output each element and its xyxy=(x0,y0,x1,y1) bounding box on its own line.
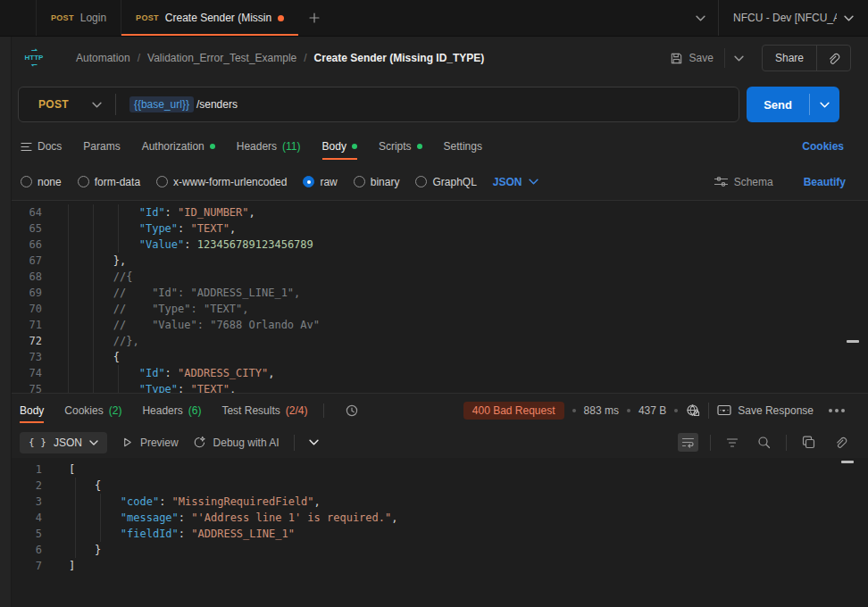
environment-selector[interactable]: NFCU - Dev [NFCU_A... xyxy=(718,0,868,36)
body-type-graphql[interactable]: GraphQL xyxy=(415,176,476,188)
workspace-tab-bar: POST Login POST Create Sender (Missin NF… xyxy=(0,0,868,37)
raw-language-selector[interactable]: JSON xyxy=(493,176,538,188)
request-body-editor[interactable]: 64 "Id": "ID_NUMBER",65 "Type": "TEXT",6… xyxy=(12,201,868,393)
response-body-editor[interactable]: 1[2 {3 "code": "MissingRequiredField",4 … xyxy=(12,458,868,607)
tab-headers[interactable]: Headers (11) xyxy=(237,129,301,163)
send-options-chevron-icon[interactable] xyxy=(810,87,839,122)
search-button[interactable] xyxy=(754,432,774,453)
request-tab-login[interactable]: POST Login xyxy=(36,0,121,36)
line-number: 5 xyxy=(12,526,51,542)
body-type-urlencoded[interactable]: x-www-form-urlencoded xyxy=(156,176,287,188)
response-tab-cookies[interactable]: Cookies (2) xyxy=(64,394,121,427)
response-tab-headers[interactable]: Headers (6) xyxy=(142,394,201,427)
dot-separator xyxy=(674,409,678,412)
page-title[interactable]: Create Sender (Missing ID_TYPE) xyxy=(314,52,485,64)
scrollbar-marker[interactable] xyxy=(847,340,859,343)
scrollbar-marker[interactable] xyxy=(841,461,854,463)
radio-icon xyxy=(78,176,89,187)
indent-guide xyxy=(93,204,94,393)
headers-count: (6) xyxy=(188,404,202,417)
url-variable-chip[interactable]: {{base_url}} xyxy=(129,96,194,112)
preview-button[interactable]: Preview xyxy=(121,437,179,449)
tab-body[interactable]: Body xyxy=(322,129,357,163)
divider xyxy=(294,435,295,451)
divider xyxy=(724,48,725,68)
line-number: 3 xyxy=(12,494,51,510)
share-button[interactable]: Share xyxy=(763,52,816,64)
body-type-form-data[interactable]: form-data xyxy=(78,176,140,188)
line-number: 75 xyxy=(12,381,51,393)
body-type-row: none form-data x-www-form-urlencoded raw… xyxy=(12,163,868,201)
line-number: 70 xyxy=(12,301,51,317)
indent-guide xyxy=(118,204,119,253)
url-bar[interactable]: POST {{base_url}} /senders xyxy=(18,87,739,122)
code-line-2: 2 { xyxy=(12,478,868,494)
new-tab-button[interactable] xyxy=(298,0,330,36)
code-line-69: 69 // "Id": "ADDRESS_LINE_1", xyxy=(12,285,868,301)
copy-icon xyxy=(802,436,815,449)
code-line-71: 71 // "Value": "7688 Orlando Av" xyxy=(12,317,868,333)
body-type-none[interactable]: none xyxy=(21,176,62,188)
cookies-link[interactable]: Cookies xyxy=(802,140,844,153)
tab-docs[interactable]: Docs xyxy=(21,129,62,163)
share-group: Share xyxy=(762,45,851,71)
line-number: 68 xyxy=(12,269,51,285)
more-actions-button[interactable] xyxy=(825,405,848,416)
filter-button[interactable] xyxy=(722,434,742,452)
response-tab-test-results[interactable]: Test Results (2/4) xyxy=(221,394,307,427)
play-icon xyxy=(121,437,133,448)
method-selector[interactable]: POST xyxy=(38,98,69,111)
copy-link-button[interactable] xyxy=(817,52,850,65)
beautify-button[interactable]: Beautify xyxy=(804,176,846,188)
line-number: 74 xyxy=(12,365,51,381)
radio-icon xyxy=(156,176,168,187)
response-format-selector[interactable]: { } JSON xyxy=(20,432,107,453)
line-number: 6 xyxy=(12,542,51,558)
tab-title: Create Sender (Missin xyxy=(165,12,271,24)
network-info-button[interactable] xyxy=(686,403,700,418)
breadcrumb-collection[interactable]: Automation xyxy=(76,52,130,64)
code-line-75: 75 "Type": "TEXT", xyxy=(12,381,868,393)
ai-options-chevron-icon[interactable] xyxy=(309,439,319,445)
body-type-binary[interactable]: binary xyxy=(354,176,400,188)
divider xyxy=(115,94,116,115)
request-tab-create-sender[interactable]: POST Create Sender (Missin xyxy=(121,0,298,36)
tab-authorization[interactable]: Authorization xyxy=(142,129,215,163)
tab-title: Login xyxy=(80,12,106,24)
method-chevron-icon[interactable] xyxy=(92,98,102,111)
environment-name: NFCU - Dev [NFCU_A... xyxy=(733,12,837,24)
configured-dot xyxy=(352,144,357,149)
response-link-button[interactable] xyxy=(830,432,851,453)
copy-button[interactable] xyxy=(798,432,819,453)
send-button[interactable]: Send xyxy=(747,87,809,122)
url-row: POST {{base_url}} /senders Send xyxy=(12,79,868,129)
response-toolbar-icons xyxy=(678,432,851,453)
tab-settings[interactable]: Settings xyxy=(444,129,482,163)
save-button[interactable]: Save xyxy=(661,46,722,71)
word-wrap-button[interactable] xyxy=(678,433,698,452)
tab-params[interactable]: Params xyxy=(83,129,120,163)
search-icon xyxy=(757,436,771,449)
response-tab-body[interactable]: Body xyxy=(20,394,44,427)
request-tabs: Docs Params Authorization Headers (11) B… xyxy=(12,129,868,163)
schema-button[interactable]: Schema xyxy=(714,176,773,188)
radio-icon xyxy=(415,176,427,187)
response-history-button[interactable] xyxy=(345,403,359,418)
tab-scripts[interactable]: Scripts xyxy=(379,129,422,163)
save-response-icon xyxy=(717,404,731,416)
response-meta: 400 Bad Request 883 ms 437 B Save Respon… xyxy=(463,394,848,427)
code-line-66: 66 "Value": 123456789123456789 xyxy=(12,237,868,253)
code-line-1: 1[ xyxy=(12,461,868,478)
breadcrumb-folder[interactable]: Validation_Error_Test_Example xyxy=(147,52,296,64)
body-type-raw[interactable]: raw xyxy=(303,176,337,188)
tab-list-chevron-icon[interactable] xyxy=(683,0,718,36)
divider xyxy=(786,435,787,451)
debug-with-ai-button[interactable]: Debug with AI xyxy=(193,436,280,449)
save-response-button[interactable]: Save Response xyxy=(717,404,814,417)
divider xyxy=(710,435,711,451)
save-options-chevron-icon[interactable] xyxy=(727,46,751,70)
link-icon xyxy=(827,52,840,65)
response-time: 883 ms xyxy=(584,404,619,417)
url-input[interactable]: /senders xyxy=(196,98,238,111)
code-line-3: 3 "code": "MissingRequiredField", xyxy=(12,494,868,510)
